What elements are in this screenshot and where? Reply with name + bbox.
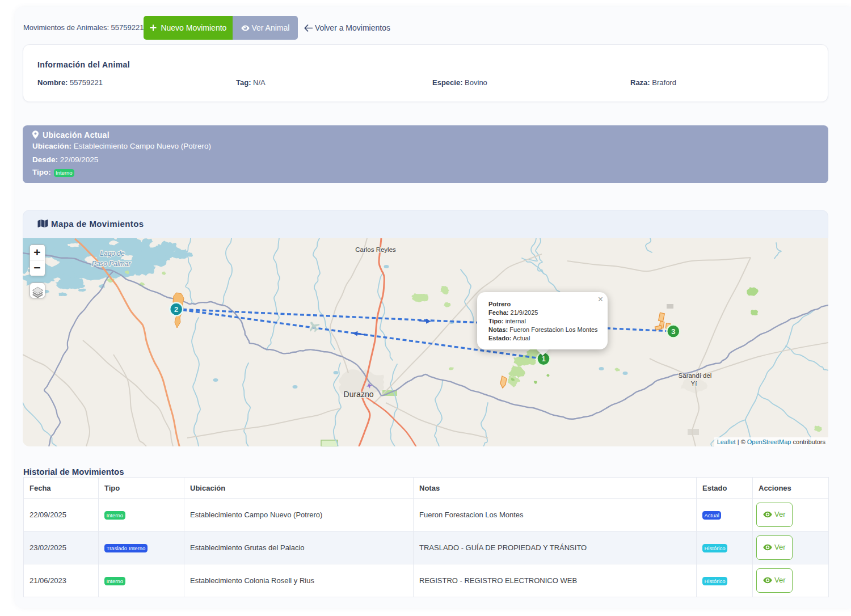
svg-text:Durazno: Durazno [344, 390, 374, 399]
svg-text:Lago de: Lago de [100, 250, 125, 258]
svg-text:2: 2 [174, 305, 178, 314]
svg-text:1: 1 [541, 355, 545, 363]
svg-text:Yí: Yí [691, 380, 698, 387]
svg-text:Carlos Reyles: Carlos Reyles [355, 246, 396, 253]
svg-text:Paso Palmar: Paso Palmar [92, 260, 132, 268]
svg-text:3: 3 [671, 327, 675, 336]
svg-text:Sarandí del: Sarandí del [679, 372, 712, 379]
